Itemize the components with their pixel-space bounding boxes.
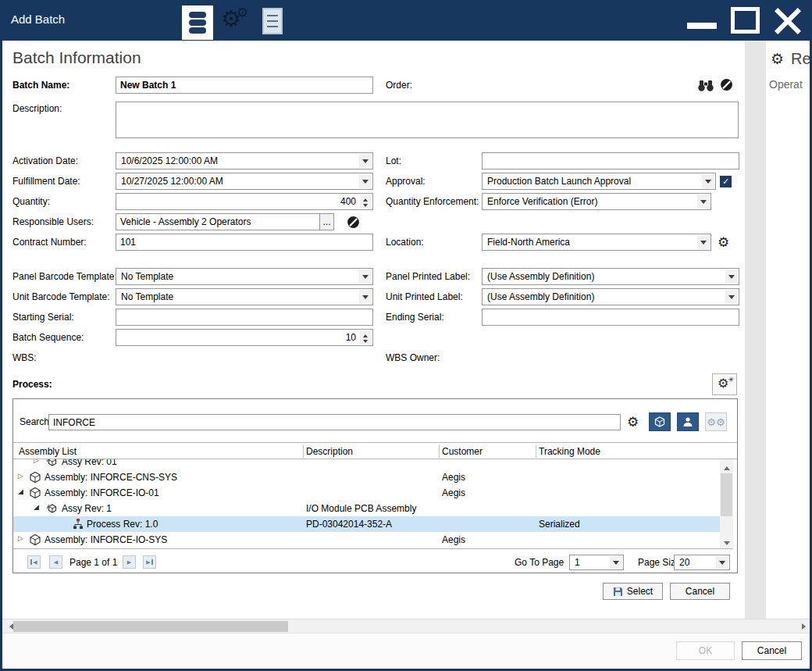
page-size-value: 20 [679,557,714,568]
row-customer: Aegis [442,487,465,498]
previous-page-button[interactable]: ◀ [49,555,62,569]
scrollbar-thumb[interactable] [721,473,732,516]
panel-cancel-button[interactable]: Cancel [670,583,730,600]
contract-number-input[interactable] [116,234,373,251]
chevron-down-icon[interactable] [716,556,728,569]
column-header-assembly-list[interactable]: Assembly List [19,446,77,457]
table-row[interactable]: ▷ Assembly: INFORCE-CNS-SYS Aegis [13,469,720,485]
spin-up-icon[interactable] [360,330,372,337]
expander-expanded-icon[interactable]: ◢ [34,504,39,511]
table-row[interactable]: ▷ Assy Rev: 01 [13,459,720,469]
location-gear-icon[interactable]: ⚙ [718,236,729,249]
database-icon [187,10,208,35]
description-input[interactable] [116,102,739,138]
cancel-button[interactable]: Cancel [742,641,802,660]
lot-input[interactable] [482,152,739,170]
expander-collapsed-icon[interactable]: ▷ [18,535,23,542]
column-header-description[interactable]: Description [306,446,353,457]
search-settings-gear-icon[interactable]: ⚙ [627,416,639,429]
clear-responsible-users-icon[interactable] [347,216,360,229]
row-name: Assy Rev: 1 [62,503,112,514]
panel-barcode-template-combo[interactable]: No Template [116,268,373,285]
unit-printed-label-combo[interactable]: (Use Assembly Definition) [482,288,739,305]
activation-date-combo[interactable]: 10/6/2025 12:00:00 AM [116,152,373,170]
user-filter-button[interactable] [677,412,699,431]
responsible-users-browse-button[interactable]: ... [319,213,334,230]
chevron-down-icon[interactable] [697,235,710,249]
table-row-selected[interactable]: Process Rev: 1.0 PD-03042014-352-A Seria… [13,516,720,532]
go-to-page-combo[interactable]: 1 [569,555,624,570]
approval-combo[interactable]: Production Batch Launch Approval [482,173,716,190]
location-label: Location: [386,234,424,251]
wbs-label: WBS: [12,349,37,366]
fulfillment-date-combo[interactable]: 10/27/2025 12:00:00 AM [116,173,373,190]
table-row[interactable]: ◢ Assy Rev: 1 I/O Module PCB Assembly [13,501,720,516]
chevron-down-icon[interactable] [725,269,738,284]
spin-down-icon[interactable] [360,337,372,344]
expander-collapsed-icon[interactable]: ▷ [18,473,23,480]
first-page-icon [30,559,32,565]
gears-button[interactable]: ⚙ ⚙ [219,6,252,37]
batch-name-input[interactable] [116,77,373,94]
last-page-button[interactable]: ▶ [143,555,156,569]
next-page-button[interactable]: ▶ [123,555,136,569]
batch-sequence-spinner[interactable] [360,330,372,344]
ending-serial-input[interactable] [482,309,739,326]
table-row[interactable]: ◢ Assembly: INFORCE-IO-01 Aegis [13,485,720,501]
scroll-up-icon[interactable] [720,459,733,471]
assembly-icon [29,471,41,484]
table-row[interactable]: ▷ Assembly: INFORCE-IO-SYS Aegis [13,532,720,548]
chevron-down-icon[interactable] [359,174,372,188]
expander-expanded-icon[interactable]: ◢ [18,488,23,495]
spin-up-icon[interactable] [360,195,372,202]
ok-button[interactable]: OK [676,641,735,660]
column-header-tracking-mode[interactable]: Tracking Mode [539,446,600,457]
person-icon [682,416,693,427]
grid-vertical-scrollbar[interactable] [720,459,733,548]
document-button[interactable] [258,6,290,37]
binoculars-icon[interactable] [697,79,714,92]
panel-printed-label-combo[interactable]: (Use Assembly Definition) [482,268,739,285]
quantity-input[interactable]: 400 [116,193,373,210]
page-size-combo[interactable]: 20 [674,555,730,570]
approval-checkbox-icon[interactable]: ✓ [720,176,732,187]
chevron-down-icon[interactable] [702,174,714,188]
assembly-filter-button[interactable] [649,412,671,431]
select-button[interactable]: Select [603,583,663,600]
chevron-down-icon[interactable] [359,154,372,168]
chevron-down-icon[interactable] [725,290,738,304]
scrollbar-thumb[interactable] [13,621,288,632]
chevron-down-icon[interactable] [359,290,372,304]
horizontal-scrollbar[interactable] [2,619,810,633]
location-combo[interactable]: Field-North America [482,234,711,251]
close-button[interactable] [769,3,807,39]
minimize-button[interactable] [687,23,717,29]
search-input[interactable] [48,414,621,430]
scroll-down-icon[interactable] [720,537,733,548]
row-name: Assembly: INFORCE-IO-01 [45,487,159,498]
window-title: Add Batch [11,12,65,26]
column-header-customer[interactable]: Customer [442,446,483,457]
quantity-enforcement-combo[interactable]: Enforce Verification (Error) [482,193,711,210]
quantity-enforcement-label: Quantity Enforcement: [386,193,479,210]
chevron-down-icon[interactable] [697,195,710,209]
responsible-users-input[interactable] [116,213,320,230]
first-page-button[interactable]: ◀ [27,555,41,569]
unit-barcode-template-combo[interactable]: No Template [116,288,373,305]
chevron-down-icon[interactable] [359,269,372,284]
row-customer: Aegis [442,472,465,483]
chevron-down-icon[interactable] [610,556,622,569]
starting-serial-input[interactable] [116,309,373,326]
process-settings-button[interactable]: ⚙✳ [712,373,737,395]
scroll-right-icon[interactable] [796,619,810,634]
expander-collapsed-icon[interactable]: ▷ [34,459,39,464]
clear-order-icon[interactable] [720,78,733,91]
quantity-spinner[interactable] [360,195,372,209]
batch-data-button[interactable] [182,5,213,40]
right-panel-title: Re [791,50,810,68]
approval-value: Production Batch Launch Approval [487,176,700,187]
batch-sequence-input[interactable]: 10 [116,329,373,346]
maximize-button[interactable] [731,7,760,34]
spin-down-icon[interactable] [360,202,372,209]
process-filter-button[interactable]: ⚙⚙ [705,412,727,431]
